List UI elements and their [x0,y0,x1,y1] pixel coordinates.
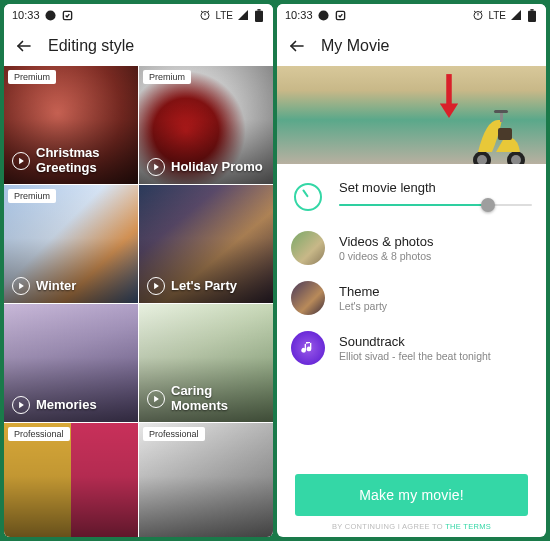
play-icon [147,277,165,295]
alarm-icon [199,9,211,21]
media-thumbnail [291,231,325,265]
row-title: Theme [339,284,387,299]
row-title: Soundtrack [339,334,491,349]
row-subtitle: Let's party [339,300,387,312]
battery-icon [526,9,538,21]
row-movie-length[interactable]: Set movie length [291,178,532,215]
premium-badge: Premium [8,189,56,203]
svg-line-14 [481,11,483,12]
svg-rect-7 [257,9,260,11]
back-button[interactable] [14,36,34,56]
svg-line-5 [208,11,210,12]
status-net: LTE [488,10,506,21]
chat-icon [318,9,330,21]
svg-line-13 [474,11,476,12]
app-bar: Editing style [4,26,273,66]
style-tile-lets-party[interactable]: Let's Party [139,185,273,303]
style-tile-memories[interactable]: Memories [4,304,138,422]
arrow-down-icon [438,74,460,124]
style-tile-professional-1[interactable]: Professional [4,423,138,537]
theme-thumbnail [291,281,325,315]
style-tile-christmas-greetings[interactable]: Premium Christmas Greetings [4,66,138,184]
svg-rect-6 [255,10,263,21]
tile-label: Let's Party [171,279,237,294]
movie-preview[interactable] [277,66,546,164]
length-slider[interactable] [339,195,532,215]
svg-line-4 [201,11,203,12]
tile-label: Memories [36,398,97,413]
play-icon [147,158,165,176]
style-tile-professional-2[interactable]: Professional [139,423,273,537]
premium-badge: Premium [143,70,191,84]
status-net: LTE [215,10,233,21]
app-icon [335,9,347,21]
svg-rect-23 [498,128,512,140]
row-title: Videos & photos [339,234,433,249]
style-tile-caring-moments[interactable]: Caring Moments [139,304,273,422]
page-title: My Movie [321,37,389,55]
tile-label: Caring Moments [171,384,267,414]
status-bar: 10:33 LTE [4,4,273,26]
app-bar: My Movie [277,26,546,66]
terms-text: BY CONTINUING I AGREE TO THE TERMS [295,522,528,531]
tile-label: Christmas Greetings [36,146,132,176]
row-soundtrack[interactable]: Soundtrack Elliot sivad - feel the beat … [291,331,532,365]
row-videos-photos[interactable]: Videos & photos 0 videos & 8 photos [291,231,532,265]
make-movie-button[interactable]: Make my movie! [295,474,528,516]
status-time: 10:33 [285,9,313,21]
premium-badge: Premium [8,70,56,84]
row-subtitle: 0 videos & 8 photos [339,250,433,262]
soundtrack-icon [291,331,325,365]
play-icon [12,396,30,414]
clock-icon [291,180,325,214]
status-bar: 10:33 LTE [277,4,546,26]
style-grid: Premium Christmas Greetings Premium Holi… [4,66,273,537]
phone-my-movie: 10:33 LTE My Movie [277,4,546,537]
row-theme[interactable]: Theme Let's party [291,281,532,315]
play-icon [12,152,30,170]
slider-thumb[interactable] [481,198,495,212]
terms-link[interactable]: THE TERMS [445,522,491,531]
play-icon [12,277,30,295]
page-title: Editing style [48,37,134,55]
svg-rect-25 [494,110,508,113]
chat-icon [45,9,57,21]
signal-icon [510,9,522,21]
style-tile-holiday-promo[interactable]: Premium Holiday Promo [139,66,273,184]
settings-list: Set movie length Videos & photos 0 video… [277,164,546,464]
style-tile-winter[interactable]: Premium Winter [4,185,138,303]
signal-icon [237,9,249,21]
row-title: Set movie length [339,180,532,195]
svg-rect-16 [530,9,533,11]
professional-badge: Professional [8,427,70,441]
svg-point-9 [318,10,328,20]
svg-rect-15 [528,10,536,21]
professional-badge: Professional [143,427,205,441]
battery-icon [253,9,265,21]
app-icon [62,9,74,21]
svg-rect-18 [447,74,453,105]
alarm-icon [472,9,484,21]
play-icon [147,390,165,408]
footer: Make my movie! BY CONTINUING I AGREE TO … [277,464,546,537]
svg-rect-24 [500,112,503,122]
back-button[interactable] [287,36,307,56]
row-subtitle: Elliot sivad - feel the beat tonight [339,350,491,362]
status-time: 10:33 [12,9,40,21]
tile-label: Holiday Promo [171,160,263,175]
scooter-graphic [468,100,528,164]
phone-editing-style: 10:33 LTE Editing style Premium Christma… [4,4,273,537]
svg-point-0 [45,10,55,20]
tile-label: Winter [36,279,76,294]
